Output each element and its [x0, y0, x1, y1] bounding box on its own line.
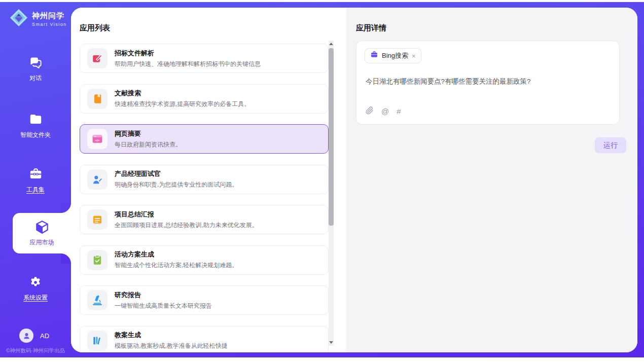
app-card-description: 快速精准查找学术资源,提高研究效率的必备工具。	[115, 100, 250, 108]
mention-icon[interactable]: @	[381, 107, 389, 116]
sidebar-item-label: 系统设置	[0, 294, 71, 302]
app-card-title: 项目总结汇报	[115, 210, 258, 219]
svg-text:</>: </>	[95, 138, 100, 142]
toolbox-icon	[29, 174, 43, 183]
app-card-title: 教案生成	[115, 331, 228, 340]
attachment-icon[interactable]	[366, 106, 374, 116]
app-card[interactable]: 教案生成 模板驱动,教案秒成,教学准备从此轻松快捷	[80, 326, 329, 353]
app-card-title: 文献搜索	[115, 89, 250, 98]
app-card-title: 网页摘要	[115, 129, 182, 138]
scroll-up-icon[interactable]	[329, 43, 333, 45]
webpage-code-icon: </>	[87, 129, 108, 149]
sidebar-item-chat[interactable]: 对话	[0, 56, 71, 83]
app-card-title: 产品经理面试官	[115, 169, 238, 178]
content-panel: 应用列表 招标文件解析 帮助用户快速、准确地理解和解析招标书中的关键信息 文献搜…	[71, 8, 637, 352]
app-list-title: 应用列表	[80, 23, 110, 33]
sidebar-item-app-market[interactable]: 应用市场	[13, 213, 71, 254]
diamond-logo-icon	[9, 8, 28, 29]
app-card[interactable]: </> 网页摘要 每日政府新闻资讯快查。	[80, 124, 329, 154]
app-card-description: 明确身份和职责,为您提供专业性的面试问题。	[115, 180, 238, 189]
sidebar: 神州问学 Smart Vision 对话 智能文件夹	[0, 2, 71, 357]
user-initials: AD	[40, 332, 49, 340]
user-avatar-icon	[22, 332, 31, 340]
sidebar-item-toolset[interactable]: 工具集	[0, 167, 71, 194]
gear-icon	[29, 282, 42, 291]
query-text-input[interactable]: 今日湖北有哪些新闻要点?有哪些需要关注的最新政策?	[366, 77, 609, 87]
scrollbar-thumb[interactable]	[329, 48, 334, 226]
app-card-description: 每日政府新闻资讯快查。	[115, 140, 182, 149]
tool-tag-bing-search[interactable]: Bing搜索 ×	[365, 48, 421, 63]
briefcase-icon	[370, 51, 378, 61]
sidebar-item-label: 对话	[0, 74, 71, 83]
folder-icon	[29, 119, 43, 128]
close-icon[interactable]: ×	[412, 52, 416, 60]
app-card[interactable]: 产品经理面试官 明确身份和职责,为您提供专业性的面试问题。	[80, 165, 329, 194]
app-card-description: 一键智能生成高质量长文本研究报告	[115, 302, 212, 310]
app-detail-pane: 应用详情 Bing搜索 × 今日湖北有哪些新闻要点?有哪些需要关注的最新政策?	[346, 8, 637, 352]
sidebar-item-smart-folder[interactable]: 智能文件夹	[0, 113, 71, 139]
document-edit-icon	[87, 48, 108, 68]
cube-icon	[34, 220, 50, 237]
copyright-text: ©神州数码·神州问学出品	[0, 347, 71, 354]
report-calendar-icon	[87, 209, 108, 230]
chat-icon	[29, 62, 43, 71]
books-icon	[87, 331, 108, 351]
research-icon	[87, 290, 108, 310]
app-card-description: 全面回顾项目进展,总结经验教训,助力未来优化发展。	[115, 221, 258, 230]
scroll-down-icon[interactable]	[329, 341, 333, 344]
scrollbar[interactable]	[329, 41, 334, 346]
composer-card: Bing搜索 × 今日湖北有哪些新闻要点?有哪些需要关注的最新政策? @ #	[356, 41, 620, 125]
app-card-list: 招标文件解析 帮助用户快速、准确地理解和解析招标书中的关键信息 文献搜索 快速精…	[80, 44, 329, 352]
app-card[interactable]: 活动方案生成 智能生成个性化活动方案,轻松解决规划难题。	[80, 245, 329, 275]
run-button[interactable]: 运行	[595, 137, 626, 153]
avatar	[19, 329, 33, 343]
book-icon	[87, 89, 108, 109]
app-background: 神州问学 Smart Vision 对话 智能文件夹	[0, 2, 644, 357]
sidebar-item-label: 智能文件夹	[0, 131, 71, 139]
app-card[interactable]: 招标文件解析 帮助用户快速、准确地理解和解析招标书中的关键信息	[80, 44, 329, 73]
pill-top-curve	[61, 203, 71, 213]
app-card-description: 模板驱动,教案秒成,教学准备从此轻松快捷	[115, 342, 228, 350]
sidebar-item-label: 工具集	[0, 186, 71, 194]
clipboard-check-icon	[87, 250, 108, 270]
app-card[interactable]: 文献搜索 快速精准查找学术资源,提高研究效率的必备工具。	[80, 84, 329, 114]
interviewer-icon	[87, 169, 108, 190]
sidebar-item-settings[interactable]: 系统设置	[0, 276, 71, 302]
app-card-description: 智能生成个性化活动方案,轻松解决规划难题。	[115, 261, 238, 270]
composer-toolbar: @ #	[366, 106, 401, 116]
app-card[interactable]: 研究报告 一键智能生成高质量长文本研究报告	[80, 285, 329, 315]
app-card-title: 招标文件解析	[115, 49, 261, 58]
brand-name: 神州问学	[32, 11, 67, 21]
user-account[interactable]: AD	[19, 329, 49, 343]
brand-logo: 神州问学 Smart Vision	[9, 8, 67, 29]
app-card-title: 活动方案生成	[115, 250, 238, 259]
app-card-title: 研究报告	[115, 291, 212, 300]
app-card[interactable]: 项目总结汇报 全面回顾项目进展,总结经验教训,助力未来优化发展。	[80, 205, 329, 234]
tool-tag-label: Bing搜索	[382, 51, 408, 60]
app-card-description: 帮助用户快速、准确地理解和解析招标书中的关键信息	[115, 60, 261, 68]
brand-tagline: Smart Vision	[32, 22, 67, 27]
app-list-pane: 应用列表 招标文件解析 帮助用户快速、准确地理解和解析招标书中的关键信息 文献搜…	[71, 8, 346, 352]
app-detail-title: 应用详情	[356, 23, 386, 33]
hashtag-icon[interactable]: #	[397, 107, 401, 116]
sidebar-item-label: 应用市场	[30, 238, 54, 247]
pill-bottom-curve	[61, 254, 71, 264]
